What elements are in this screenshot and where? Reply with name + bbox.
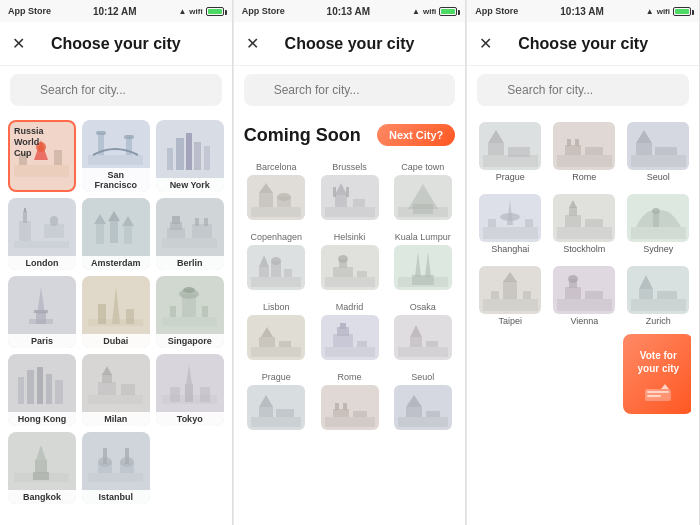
rp-card-rome[interactable]: Rome — [549, 118, 619, 186]
svg-point-78 — [277, 193, 291, 201]
city-card-sf[interactable]: San Francisco — [82, 120, 150, 192]
city-name-istanbul: Istanbul — [82, 490, 150, 504]
cs-city-brussels[interactable]: Brussels — [315, 158, 384, 224]
svg-rect-137 — [585, 147, 603, 155]
cs-city-img-kualalumpur — [394, 245, 452, 290]
svg-rect-14 — [204, 146, 210, 170]
svg-rect-31 — [192, 224, 212, 238]
svg-rect-17 — [23, 211, 27, 223]
svg-rect-89 — [259, 267, 269, 277]
city-card-russia[interactable]: RussiaWorldCup — [8, 120, 76, 192]
cs-city-img-prague-cs — [247, 385, 305, 430]
svg-rect-119 — [276, 409, 294, 417]
city-card-ny[interactable]: New York — [156, 120, 224, 192]
cs-city-helsinki[interactable]: Helsinki — [315, 228, 384, 294]
cs-city-madrid[interactable]: Madrid — [315, 298, 384, 364]
svg-rect-146 — [525, 219, 533, 227]
header-3: ✕ Choose your city — [467, 22, 699, 66]
rp-card-seuol[interactable]: Seuol — [623, 118, 691, 186]
vote-card-text: Vote for your city — [627, 347, 689, 377]
vote-for-city-card[interactable]: Vote for your city — [623, 334, 691, 414]
next-city-button[interactable]: Next City? — [377, 124, 455, 146]
cs-city-lisbon[interactable]: Lisbon — [242, 298, 311, 364]
cs-city-rome-cs[interactable]: Rome — [315, 368, 384, 434]
svg-rect-160 — [557, 299, 612, 311]
rp-img-seuol — [627, 122, 689, 170]
svg-rect-13 — [194, 142, 201, 170]
search-input-3[interactable] — [477, 74, 689, 106]
svg-rect-65 — [35, 460, 47, 473]
cs-city-osaka[interactable]: Osaka — [388, 298, 457, 364]
svg-rect-23 — [110, 221, 118, 243]
cs-city-name-capetown: Cape town — [401, 162, 444, 172]
city-illustration-hk — [8, 354, 76, 412]
search-input-2[interactable] — [244, 74, 456, 106]
svg-point-97 — [338, 255, 348, 263]
rp-card-shanghai[interactable]: Shanghai — [475, 190, 545, 258]
svg-marker-150 — [569, 200, 577, 208]
city-card-singapore[interactable]: Singapore — [156, 276, 224, 348]
svg-rect-83 — [346, 187, 349, 197]
city-card-berlin[interactable]: Berlin — [156, 198, 224, 270]
rp-card-vienna[interactable]: Vienna — [549, 262, 619, 330]
city-card-tokyo[interactable]: Tokyo — [156, 354, 224, 426]
cs-city-barcelona[interactable]: Barcelona — [242, 158, 311, 224]
city-card-london[interactable]: London — [8, 198, 76, 270]
rp-img-stockholm — [553, 194, 615, 242]
svg-marker-90 — [259, 255, 269, 267]
city-card-bangkok[interactable]: Bangkok — [8, 432, 76, 504]
rp-img-sydney — [627, 194, 689, 242]
svg-rect-168 — [657, 291, 677, 299]
svg-marker-56 — [102, 366, 112, 375]
city-card-paris[interactable]: Paris — [8, 276, 76, 348]
cs-city-capetown[interactable]: Cape town — [388, 158, 457, 224]
rp-name-zurich: Zurich — [646, 316, 671, 326]
cs-city-img-madrid — [321, 315, 379, 360]
svg-rect-62 — [200, 387, 210, 402]
cs-city-name-barcelona: Barcelona — [256, 162, 297, 172]
cs-city-name-helsinki: Helsinki — [334, 232, 366, 242]
app-store-label-3: App Store — [475, 6, 518, 16]
svg-rect-147 — [557, 227, 612, 239]
header-1: ✕ Choose your city — [0, 22, 232, 66]
rp-img-taipei — [479, 266, 541, 314]
svg-marker-118 — [259, 395, 273, 407]
city-card-amsterdam[interactable]: Amsterdam — [82, 198, 150, 270]
svg-rect-103 — [251, 347, 301, 357]
svg-rect-149 — [569, 207, 577, 216]
cs-city-prague-cs[interactable]: Prague — [242, 368, 311, 434]
city-card-dubai[interactable]: Dubai — [82, 276, 150, 348]
rp-card-taipei[interactable]: Taipei — [475, 262, 545, 330]
rp-card-stockholm[interactable]: Stockholm — [549, 190, 619, 258]
cs-city-name-brussels: Brussels — [332, 162, 367, 172]
svg-rect-107 — [325, 347, 375, 357]
svg-rect-74 — [251, 207, 301, 217]
svg-rect-112 — [398, 347, 448, 357]
cs-city-seuol-cs[interactable]: Seuol — [388, 368, 457, 434]
city-card-hk[interactable]: Hong Kong — [8, 354, 76, 426]
cs-city-copenhagen[interactable]: Copenhagen — [242, 228, 311, 294]
close-button-1[interactable]: ✕ — [12, 34, 25, 53]
city-name-hk: Hong Kong — [8, 412, 76, 426]
rp-name-stockholm: Stockholm — [563, 244, 605, 254]
svg-rect-136 — [575, 139, 579, 146]
svg-rect-138 — [631, 155, 686, 167]
close-button-2[interactable]: ✕ — [246, 34, 259, 53]
svg-rect-20 — [50, 216, 58, 226]
cs-city-img-brussels — [321, 175, 379, 220]
city-illustration-milan — [82, 354, 150, 412]
svg-marker-140 — [636, 130, 652, 143]
rp-card-sydney[interactable]: Sydney — [623, 190, 691, 258]
svg-rect-49 — [27, 370, 34, 404]
city-card-milan[interactable]: Milan — [82, 354, 150, 426]
rp-card-prague[interactable]: Prague — [475, 118, 545, 186]
svg-rect-53 — [88, 395, 143, 404]
svg-marker-34 — [37, 287, 45, 314]
city-name-amsterdam: Amsterdam — [82, 256, 150, 270]
cs-city-kualalumpur[interactable]: Kuala Lumpur — [388, 228, 457, 294]
svg-rect-25 — [124, 226, 132, 244]
close-button-3[interactable]: ✕ — [479, 34, 492, 53]
city-card-istanbul[interactable]: Istanbul — [82, 432, 150, 504]
search-input-1[interactable] — [10, 74, 222, 106]
rp-card-zurich[interactable]: Zurich — [623, 262, 691, 330]
